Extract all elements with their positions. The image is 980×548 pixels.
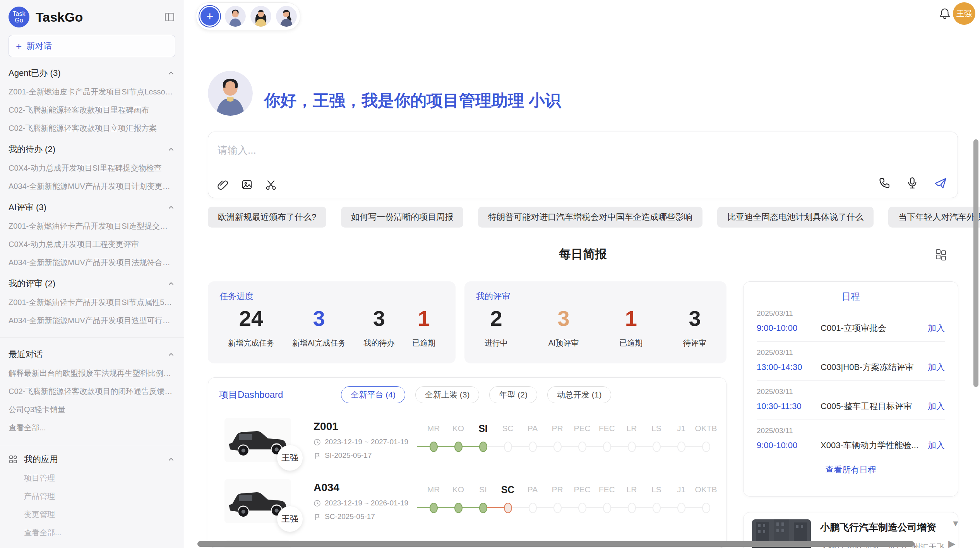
project-flag: SI-2025-05-17 [314,451,417,460]
chat-input[interactable]: 请输入... [218,144,256,157]
sidebar-task-item[interactable]: Z001-全新燃油皮卡产品开发项目SI节点Lesson Learn报告 [9,87,175,97]
sidebar-header: Task Go TaskGo [9,0,175,29]
horizontal-scrollbar[interactable] [197,541,914,547]
stat-label: 已逾期 [619,338,642,348]
scroll-right-arrow-icon[interactable]: ▶ [948,538,955,548]
avatar[interactable] [225,6,246,27]
sidebar-task-item[interactable]: C02-飞腾新能源轻客改款项目里程碑画布 [9,105,175,115]
schedule-item: 2025/03/1110:30-11:30C005-整车工程目标评审加入 [757,381,945,420]
recent-chats-header[interactable]: 最近对话 [9,349,175,360]
app-subitem[interactable]: 项目管理 [24,473,175,483]
schedule-card: 日程 2025/03/119:00-10:00C001-立项审批会加入2025/… [743,281,958,497]
app-subitem[interactable]: 产品管理 [24,491,175,502]
recent-chat-item[interactable]: 解释最新出台的欧盟报废车法规再生塑料比例被调至15%... [9,368,175,378]
app-title: TaskGo [36,10,164,25]
schedule-item: 2025/03/119:00-10:00C001-立项审批会加入 [757,303,945,342]
phone-icon[interactable] [878,176,891,190]
recent-view-all[interactable]: 查看全部... [9,423,175,433]
dashboard-filter-pill[interactable]: 全新平台 (4) [341,386,405,403]
layout-grid-icon[interactable] [934,248,947,261]
schedule-list: 2025/03/119:00-10:00C001-立项审批会加入2025/03/… [757,303,945,459]
dashboard-filter-pill[interactable]: 动总开发 (1) [547,386,612,403]
stat: 3AI预评审 [548,305,579,348]
chevron-up-icon [167,279,175,288]
suggestion-chip[interactable]: 特朗普可能对进口汽车增税会对中国车企造成哪些影响 [478,207,702,228]
task-progress-card: 任务进度 24新增完成任务3新增AI完成任务3我的待办1已逾期 [208,281,456,363]
sidebar-task-item[interactable]: A034-全新新能源MUV产品开发项目法规符合性评审 [9,257,175,268]
project-dashboard-card: 项目Dashboard 全新平台 (4)全新上装 (3)年型 (2)动总开发 (… [208,377,726,548]
my-apps-header[interactable]: 我的应用 [9,454,175,465]
section-label: Agent已办 (3) [9,67,61,79]
dashboard-filter-pill[interactable]: 全新上装 (3) [415,386,480,403]
project-row[interactable]: 王强Z0012023-12-19 ~ 2027-01-19SI-2025-05-… [219,409,715,471]
card-title: 我的评审 [476,291,715,302]
suggestion-chip[interactable]: 当下年轻人对汽车外观有怎样的喜好趋势 [888,207,980,228]
stat: 2进行中 [485,305,508,348]
suggestion-chip[interactable]: 比亚迪全固态电池计划具体说了什么 [717,207,874,228]
schedule-name: C001-立项审批会 [821,322,922,334]
project-row[interactable]: 王强A0342023-12-19 ~ 2026-01-19SC-2025-05-… [219,471,715,532]
schedule-view-all[interactable]: 查看所有日程 [757,464,945,476]
recent-chats-list: 解释最新出台的欧盟报废车法规再生塑料比例被调至15%...C02-飞腾新能源轻客… [9,368,175,415]
milestone-label: OKTB [690,484,721,495]
sidebar-section-header[interactable]: 我的评审 (2) [9,278,175,289]
add-agent-button[interactable]: + [199,6,220,27]
app-subitem[interactable]: 变更管理 [24,509,175,520]
image-icon[interactable] [241,178,253,191]
avatar[interactable] [250,6,271,27]
suggestion-chip[interactable]: 如何写一份清晰的项目周报 [341,207,463,228]
recent-chat-item[interactable]: C02-飞腾新能源轻客改款项目的闭环通告反馈情况 [9,386,175,397]
sidebar-task-item[interactable]: A034-全新新能源MUV产品开发项目造型可行性评审 [9,315,175,326]
dashboard-filter-pill[interactable]: 年型 (2) [489,386,537,403]
paperclip-icon[interactable] [217,178,229,191]
avatar[interactable] [276,6,297,27]
recent-chat-item[interactable]: 公司Q3轻卡销量 [9,404,175,415]
chevron-up-icon [167,203,175,212]
send-icon[interactable] [934,176,947,190]
dashboard-header: 项目Dashboard 全新平台 (4)全新上装 (3)年型 (2)动总开发 (… [219,386,715,403]
sidebar-collapse-icon[interactable] [164,11,175,23]
new-chat-button[interactable]: + 新对话 [9,35,175,57]
milestone-node [653,503,661,513]
user-avatar[interactable]: 王强 [953,2,975,25]
milestone-node [578,442,586,452]
chevron-up-icon [167,455,175,464]
sidebar-section-header[interactable]: Agent已办 (3) [9,67,175,79]
sidebar-task-item[interactable]: C0X4-动力总成开发项目SI里程碑提交物检查 [9,163,175,173]
sidebar-task-item[interactable]: A034-全新新能源MUV产品开发项目计划变更表编写 [9,181,175,192]
stat-label: 已逾期 [412,338,435,348]
notification-bell-icon[interactable] [938,7,951,20]
project-rows: 王强Z0012023-12-19 ~ 2027-01-19SI-2025-05-… [219,409,715,548]
sidebar-section-header[interactable]: 我的待办 (2) [9,144,175,155]
sidebar-task-item[interactable]: C0X4-动力总成开发项目工程变更评审 [9,239,175,250]
vertical-scrollbar[interactable] [973,139,978,387]
scroll-down-arrow-icon[interactable]: ▼ [951,519,960,529]
schedule-join-link[interactable]: 加入 [928,322,945,334]
project-image: 王强 [224,418,291,462]
assistant-avatar [208,71,253,116]
chevron-up-icon [167,145,175,154]
sidebar-task-item[interactable]: Z001-全新燃油轻卡产品开发项目SI节点属性5D文件评审 [9,297,175,308]
project-name: Z001 [314,420,417,433]
project-info: Z0012023-12-19 ~ 2027-01-19SI-2025-05-17 [314,420,417,460]
sidebar-task-item[interactable]: C02-飞腾新能源轻客改款项目立项汇报方案 [9,123,175,134]
project-flag: SC-2025-05-17 [314,512,417,521]
project-image: 王强 [224,479,291,523]
stat: 3待评审 [683,305,706,348]
schedule-join-link[interactable]: 加入 [928,440,945,451]
schedule-join-link[interactable]: 加入 [928,401,945,412]
my-apps-block: 我的应用 项目管理产品管理变更管理 查看全部... 我的云空间 [0,445,184,548]
milestone-node [479,503,487,513]
microphone-icon[interactable] [906,176,919,190]
apps-view-all[interactable]: 查看全部... [24,527,175,538]
sidebar-section-header[interactable]: AI评审 (3) [9,202,175,213]
logo-text-2: Go [15,17,23,24]
scissors-icon[interactable] [265,178,277,191]
schedule-join-link[interactable]: 加入 [928,361,945,373]
milestone-track: MRKOSISCPAPRPECFECLRLSJ1OKTB [417,419,715,461]
stat-value: 3 [548,305,579,332]
card-title: 任务进度 [219,291,444,302]
schedule-date: 2025/03/11 [757,348,945,357]
suggestion-chip[interactable]: 欧洲新规最近颁布了什么? [208,207,326,228]
sidebar-task-item[interactable]: Z001-全新燃油轻卡产品开发项目SI造型提交物评审 [9,221,175,231]
